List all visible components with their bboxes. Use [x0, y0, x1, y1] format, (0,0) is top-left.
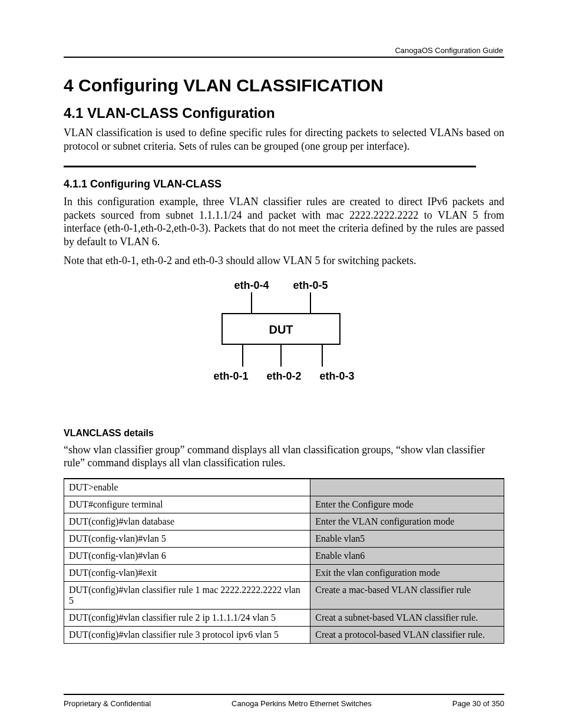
description-cell: Creat a protocol-based VLAN classifier r… [310, 626, 504, 643]
diagram-label-eth-0-1: eth-0-1 [213, 370, 248, 382]
command-cell: DUT(config)#vlan classifier rule 2 ip 1.… [64, 609, 310, 626]
table-row: DUT#configure terminalEnter the Configur… [64, 496, 504, 513]
footer-right: Page 30 of 350 [452, 699, 504, 708]
footer-left: Proprietary & Confidential [64, 699, 151, 708]
description-cell [310, 479, 504, 496]
command-cell: DUT(config)#vlan classifier rule 3 proto… [64, 626, 310, 643]
header-rule [64, 57, 504, 58]
section-title: 4.1 VLAN-CLASS Configuration [64, 105, 504, 121]
details-heading: VLANCLASS details [64, 428, 504, 439]
description-cell: Enter the VLAN configuration mode [310, 513, 504, 530]
description-cell: Enable vlan6 [310, 547, 504, 564]
subsection-para1: In this configuration example, three VLA… [64, 195, 504, 248]
command-cell: DUT(config)#vlan classifier rule 1 mac 2… [64, 581, 310, 609]
command-cell: DUT(config-vlan)#vlan 5 [64, 530, 310, 547]
chapter-title: 4 Configuring VLAN CLASSIFICATION [64, 75, 504, 95]
footer-center: Canoga Perkins Metro Ethernet Switches [151, 699, 452, 708]
description-cell: Enter the Configure mode [310, 496, 504, 513]
subsection-para2: Note that eth-0-1, eth-0-2 and eth-0-3 s… [64, 254, 504, 268]
section-rule [64, 166, 476, 167]
table-row: DUT>enable [64, 479, 504, 496]
table-row: DUT(config)#vlan classifier rule 1 mac 2… [64, 581, 504, 609]
command-cell: DUT(config)#vlan database [64, 513, 310, 530]
subsection-title: 4.1.1 Configuring VLAN-CLASS [64, 178, 504, 190]
command-cell: DUT>enable [64, 479, 310, 496]
section-intro: VLAN classification is used to define sp… [64, 126, 504, 153]
details-para: “show vlan classifier group” command dis… [64, 443, 504, 470]
table-row: DUT(config)#vlan classifier rule 2 ip 1.… [64, 609, 504, 626]
command-cell: DUT(config-vlan)#vlan 6 [64, 547, 310, 564]
diagram-box-label: DUT [269, 323, 293, 336]
table-row: DUT(config-vlan)#vlan 6Enable vlan6 [64, 547, 504, 564]
table-row: DUT(config)#vlan databaseEnter the VLAN … [64, 513, 504, 530]
description-cell: Exit the vlan configuration mode [310, 564, 504, 581]
command-cell: DUT(config-vlan)#exit [64, 564, 310, 581]
footer-rule [64, 694, 504, 695]
description-cell: Create a mac-based VLAN classifier rule [310, 581, 504, 609]
doc-title: CanogaOS Configuration Guide [395, 46, 503, 55]
diagram-label-eth-0-2: eth-0-2 [266, 370, 301, 382]
description-cell: Creat a subnet-based VLAN classifier rul… [310, 609, 504, 626]
description-cell: Enable vlan5 [310, 530, 504, 547]
diagram-label-eth-0-3: eth-0-3 [319, 370, 354, 382]
diagram-label-eth-0-4: eth-0-4 [234, 279, 269, 291]
diagram-label-eth-0-5: eth-0-5 [293, 279, 328, 291]
topology-diagram: eth-0-4 eth-0-5 DUT eth-0-1 eth-0-2 eth-… [64, 278, 504, 393]
command-cell: DUT#configure terminal [64, 496, 310, 513]
table-row: DUT(config-vlan)#exitExit the vlan confi… [64, 564, 504, 581]
command-table: DUT>enableDUT#configure terminalEnter th… [64, 478, 504, 644]
table-row: DUT(config)#vlan classifier rule 3 proto… [64, 626, 504, 643]
table-row: DUT(config-vlan)#vlan 5Enable vlan5 [64, 530, 504, 547]
